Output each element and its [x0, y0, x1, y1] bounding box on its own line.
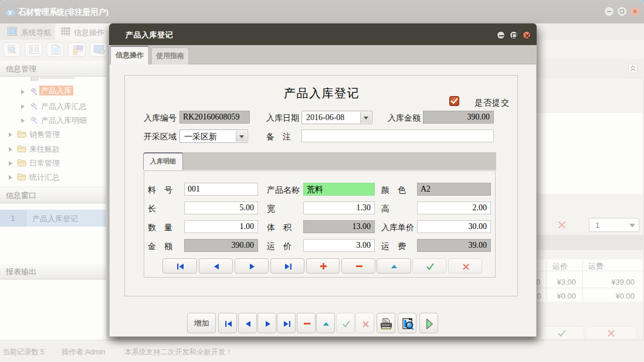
svg-text:y: y	[8, 8, 12, 15]
